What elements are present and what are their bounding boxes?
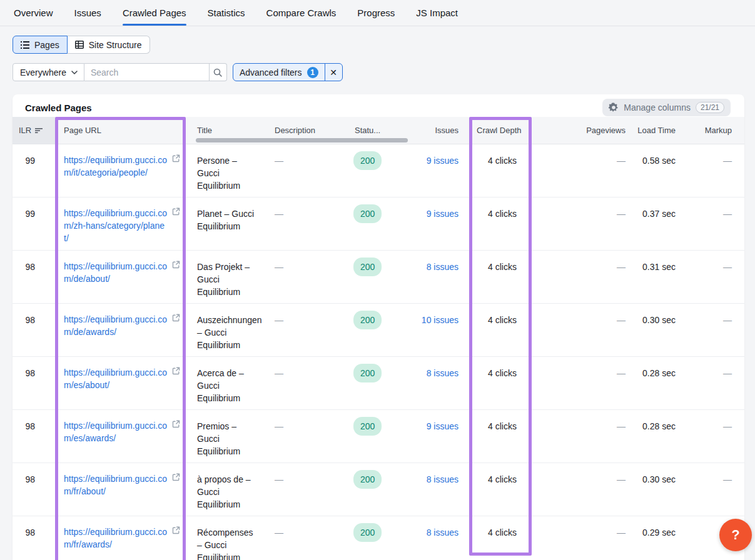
table-row: 99 https://equilibrium.gucci.com/zh-hans… [13,198,744,251]
page-url-cell: https://equilibrium.gucci.com/de/about/ [55,251,186,303]
issues-cell: 9 issues [410,198,469,250]
issues-link[interactable]: 8 issues [427,528,459,538]
list-icon [21,41,29,49]
help-button[interactable]: ? [719,519,752,551]
status-badge: 200 [353,258,382,276]
external-link-icon[interactable] [172,420,180,428]
grid-icon [75,41,84,49]
load-time-value: 0.29 sec [626,516,677,560]
page-url-link[interactable]: https://equilibrium.gucci.com/it/categor… [64,154,167,179]
external-link-icon[interactable] [172,473,180,481]
tab-js-impact[interactable]: JS Impact [416,0,458,26]
column-header-ilr[interactable]: ILR [13,117,55,144]
scope-select[interactable]: Everywhere [13,63,84,81]
external-link-icon[interactable] [172,526,180,534]
column-header-issues[interactable]: Issues [410,117,469,144]
description-value: — [268,410,350,462]
card-header: Crawled Pages Manage columns 21/21 [13,94,744,117]
title-value: Récompenses – Gucci Equilibrium [186,516,268,560]
ilr-value: 98 [13,516,55,560]
search-button[interactable] [210,63,227,81]
status-badge: 200 [353,523,382,542]
page-url-link[interactable]: https://equilibrium.gucci.com/zh-hans/ca… [64,207,167,244]
card-title: Crawled Pages [25,102,92,113]
page-url-link[interactable]: https://equilibrium.gucci.com/es/about/ [64,366,167,391]
site-structure-view-button[interactable]: Site Structure [68,36,150,54]
column-header-crawl-depth[interactable]: Crawl Depth [469,117,532,144]
table-row: 98 https://equilibrium.gucci.com/fr/awar… [13,516,744,560]
column-header-pageviews[interactable]: Pageviews [532,117,626,144]
horizontal-scrollbar-thumb[interactable] [196,138,408,142]
crawl-depth-value: 4 clicks [469,304,532,356]
load-time-value: 0.28 sec [626,357,677,409]
ilr-value: 98 [13,251,55,303]
page-url-cell: https://equilibrium.gucci.com/de/awards/ [55,304,186,356]
pageviews-value: — [532,144,626,197]
issues-link[interactable]: 8 issues [427,262,459,272]
advanced-filters-button[interactable]: Advanced filters 1 [233,64,325,81]
page-url-link[interactable]: https://equilibrium.gucci.com/fr/about/ [64,472,167,498]
gear-icon [609,102,619,112]
issues-cell: 8 issues [410,251,469,303]
table-row: 98 https://equilibrium.gucci.com/es/abou… [13,357,744,410]
issues-cell: 9 issues [410,410,469,462]
tab-statistics[interactable]: Statistics [208,0,245,26]
filter-row: Everywhere Advanced filters 1 ✕ [13,63,742,81]
tab-compare-crawls[interactable]: Compare Crawls [266,0,337,26]
column-header-page-url[interactable]: Page URL [55,117,186,144]
load-time-value: 0.30 sec [626,304,677,356]
page-url-link[interactable]: https://equilibrium.gucci.com/de/about/ [64,260,167,285]
description-value: — [268,516,350,560]
title-value: Auszeichnungen – Gucci Equilibrium [186,304,268,356]
issues-link[interactable]: 9 issues [427,421,459,431]
status-cell: 200 [350,198,410,250]
status-cell: 200 [350,304,410,356]
external-link-icon[interactable] [172,261,180,269]
page-url-link[interactable]: https://equilibrium.gucci.com/es/awards/ [64,419,167,444]
title-value: Acerca de – Gucci Equilibrium [186,357,268,409]
column-header-markup[interactable]: Markup [677,117,744,144]
close-icon: ✕ [330,68,337,78]
page-url-link[interactable]: https://equilibrium.gucci.com/de/awards/ [64,313,167,338]
status-cell: 200 [350,463,410,516]
column-header-load-time[interactable]: Load Time [626,117,677,144]
table-row: 98 https://equilibrium.gucci.com/fr/abou… [13,463,744,516]
status-badge: 200 [353,417,382,436]
tab-issues[interactable]: Issues [74,0,101,26]
ilr-value: 98 [13,304,55,356]
tab-progress[interactable]: Progress [357,0,395,26]
issues-cell: 8 issues [410,516,469,560]
pages-view-label: Pages [34,40,59,50]
external-link-icon[interactable] [172,367,180,375]
issues-cell: 8 issues [410,463,469,516]
crawl-depth-value: 4 clicks [469,198,532,250]
crawl-depth-value: 4 clicks [469,410,532,462]
external-link-icon[interactable] [172,208,180,216]
crawl-depth-value: 4 clicks [469,357,532,409]
tab-crawled-pages[interactable]: Crawled Pages [123,0,186,26]
external-link-icon[interactable] [172,314,180,322]
markup-value: — [677,357,744,409]
description-value: — [268,144,350,197]
issues-link[interactable]: 10 issues [422,315,459,325]
markup-value: — [677,144,744,197]
crawl-depth-value: 4 clicks [469,251,532,303]
clear-filters-button[interactable]: ✕ [325,64,342,81]
markup-value: — [677,304,744,356]
issues-link[interactable]: 9 issues [427,209,459,219]
markup-value: — [677,198,744,250]
issues-link[interactable]: 8 issues [427,474,459,484]
search-input[interactable] [84,63,210,81]
tab-overview[interactable]: Overview [14,0,53,26]
markup-value: — [677,251,744,303]
load-time-value: 0.31 sec [626,251,677,303]
page-url-cell: https://equilibrium.gucci.com/fr/awards/ [55,516,186,560]
manage-columns-button[interactable]: Manage columns 21/21 [602,99,731,116]
page-url-link[interactable]: https://equilibrium.gucci.com/fr/awards/ [64,526,167,551]
external-link-icon[interactable] [172,154,180,162]
status-cell: 200 [350,357,410,409]
issues-link[interactable]: 8 issues [427,368,459,378]
pages-view-button[interactable]: Pages [13,36,68,54]
issues-link[interactable]: 9 issues [427,156,459,166]
markup-value: — [677,463,744,516]
